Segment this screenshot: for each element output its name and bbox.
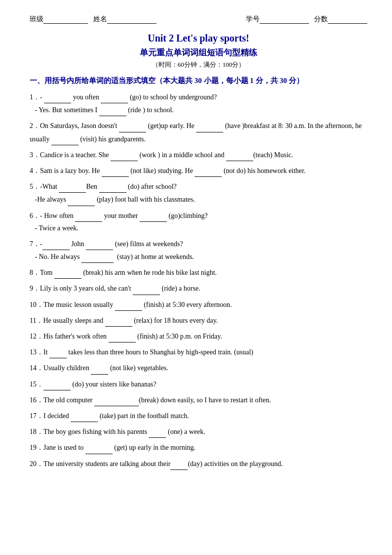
question-19: 19．Jane is used to (get) up early in the…	[30, 441, 367, 454]
id-field: 学号 分数	[246, 15, 368, 24]
question-20: 20．The university students are talking a…	[30, 457, 367, 470]
question-1: 1．- you often (go) to school by undergro…	[30, 90, 367, 116]
question-16: 16．The old computer (break) down easily,…	[30, 393, 367, 406]
section1-title: 一、用括号内所给单词的适当形式填空（本大题共 30 小题，每小题 1 分，共 3…	[30, 76, 367, 85]
title-info: （时间：60分钟，满分：100分）	[30, 60, 367, 69]
question-5: 5．-What Ben (do) after school? -He alway…	[30, 180, 367, 206]
question-11: 11．He usually sleeps and (relax) for 18 …	[30, 314, 367, 327]
question-15: 15． (do) your sisters like bananas?	[30, 378, 367, 390]
question-13: 13．It takes less than three hours to Sha…	[30, 345, 367, 358]
main-title: Unit 2 Let's play sports!	[30, 33, 367, 44]
sub-title: 单元重点单词词组短语句型精练	[30, 47, 367, 58]
questions-container: 1．- you often (go) to school by undergro…	[30, 90, 367, 470]
question-7: 7．- John (see) films at weekends? - No. …	[30, 237, 367, 263]
question-9: 9．Lily is only 3 years old, she can't (r…	[30, 282, 367, 295]
question-4: 4．Sam is a lazy boy. He (not like) study…	[30, 164, 367, 177]
question-8: 8．Tom (break) his arm when he rode his b…	[30, 266, 367, 279]
question-14: 14．Usually children (not like) vegetable…	[30, 361, 367, 374]
header-info: 班级 姓名 学号 分数	[30, 15, 367, 24]
class-field: 班级 姓名	[30, 15, 157, 24]
question-6: 6．- How often your mother (go)climbing? …	[30, 209, 367, 234]
question-2: 2．On Saturdays, Jason doesn't (get)up ea…	[30, 119, 367, 145]
question-10: 10．The music lesson usually (finish) at …	[30, 298, 367, 311]
question-12: 12．His father's work often (finish) at 5…	[30, 330, 367, 342]
question-18: 18．The boy goes fishing with his parents…	[30, 425, 367, 438]
question-17: 17．I decided (take) part in the football…	[30, 409, 367, 422]
question-3: 3．Candice is a teacher. She (work ) in a…	[30, 148, 367, 161]
